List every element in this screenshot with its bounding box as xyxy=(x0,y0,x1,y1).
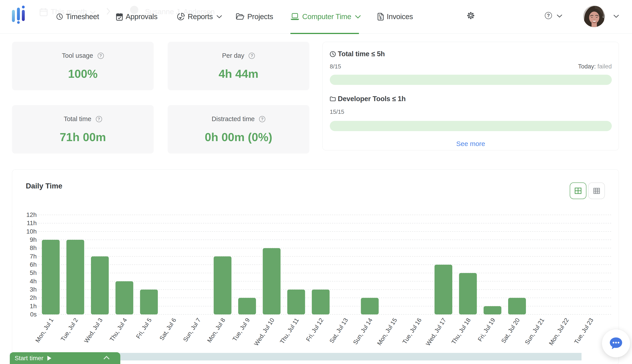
svg-text:Sun, Jul 7: Sun, Jul 7 xyxy=(182,317,202,343)
svg-text:3h: 3h xyxy=(30,286,37,293)
svg-text:12h: 12h xyxy=(26,211,37,218)
svg-text:Wed, Jul 3: Wed, Jul 3 xyxy=(83,317,104,344)
svg-text:Sat, Jul 20: Sat, Jul 20 xyxy=(500,317,521,344)
svg-text:6h: 6h xyxy=(30,261,37,268)
svg-text:0s: 0s xyxy=(30,311,37,318)
svg-text:8h: 8h xyxy=(30,244,37,251)
svg-text:Sat, Jul 6: Sat, Jul 6 xyxy=(158,317,178,342)
svg-text:Mon, Jul 15: Mon, Jul 15 xyxy=(376,317,398,346)
svg-text:10h: 10h xyxy=(26,228,37,235)
svg-text:Mon, Jul 8: Mon, Jul 8 xyxy=(206,317,227,344)
svg-text:1h: 1h xyxy=(30,303,37,310)
svg-text:2h: 2h xyxy=(30,294,37,301)
svg-text:Fri, Jul 19: Fri, Jul 19 xyxy=(476,317,497,343)
svg-text:Thu, Jul 4: Thu, Jul 4 xyxy=(109,317,129,343)
svg-text:Fri, Jul 5: Fri, Jul 5 xyxy=(135,317,153,340)
svg-text:Thu, Jul 18: Thu, Jul 18 xyxy=(450,317,472,345)
svg-text:Wed, Jul 10: Wed, Jul 10 xyxy=(253,317,276,347)
svg-text:Sat, Jul 13: Sat, Jul 13 xyxy=(328,317,349,344)
svg-text:Sun, Jul 21: Sun, Jul 21 xyxy=(524,317,546,346)
svg-text:Sun, Jul 14: Sun, Jul 14 xyxy=(352,317,374,346)
svg-text:Tue, Jul 2: Tue, Jul 2 xyxy=(59,317,79,342)
svg-text:Thu, Jul 11: Thu, Jul 11 xyxy=(279,317,300,345)
svg-text:4h: 4h xyxy=(30,278,37,285)
svg-text:Tue, Jul 23: Tue, Jul 23 xyxy=(573,317,595,345)
svg-text:Tue, Jul 9: Tue, Jul 9 xyxy=(231,317,251,342)
svg-text:11h: 11h xyxy=(27,220,37,226)
svg-text:Fri, Jul 12: Fri, Jul 12 xyxy=(305,317,325,343)
svg-text:7h: 7h xyxy=(30,253,37,260)
svg-text:$: $ xyxy=(379,16,382,20)
svg-text:Mon, Jul 1: Mon, Jul 1 xyxy=(34,317,55,344)
svg-text:Mon, Jul 22: Mon, Jul 22 xyxy=(548,317,570,346)
svg-text:5h: 5h xyxy=(30,269,37,276)
svg-text:Wed, Jul 17: Wed, Jul 17 xyxy=(424,317,447,347)
svg-text:9h: 9h xyxy=(30,236,37,243)
svg-text:Tue, Jul 16: Tue, Jul 16 xyxy=(401,317,423,345)
